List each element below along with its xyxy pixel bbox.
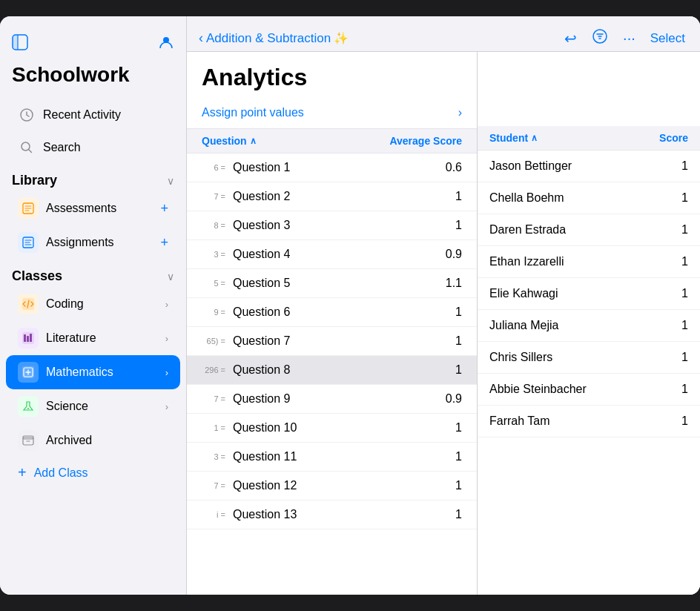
sparkle-icon: ✨ [334,31,349,45]
assign-point-chevron-icon: › [458,106,462,119]
student-row[interactable]: Juliana Mejia 1 [478,310,700,342]
coding-label: Coding [46,297,84,311]
question-label: Question 5 [233,277,290,290]
question-row[interactable]: 5 = Question 5 1.1 [187,269,477,298]
question-label: Question 12 [233,479,297,492]
question-row[interactable]: 296 = Question 8 1 [187,356,477,385]
student-score: 1 [681,287,688,300]
sidebar-item-literature[interactable]: Literature › [6,321,180,355]
avatar-icon[interactable] [158,34,174,54]
mathematics-icon [18,362,39,383]
sidebar-header [0,28,186,54]
analytics-panel: Analytics Assign point values › Question… [187,52,478,595]
avg-score-col-header[interactable]: Average Score [389,135,462,147]
student-score: 1 [681,255,688,268]
question-row[interactable]: i = Question 13 1 [187,501,477,529]
question-row[interactable]: 1 = Question 10 1 [187,414,477,443]
student-row[interactable]: Ethan Izzarelli 1 [478,246,700,278]
analytics-container: Analytics Assign point values › Question… [187,52,700,595]
question-col-header[interactable]: Question ∧ [202,135,257,147]
select-button[interactable]: Select [650,31,685,46]
sidebar-item-assignments[interactable]: Assignments + [6,225,180,260]
student-row[interactable]: Chris Sillers 1 [478,342,700,374]
question-row[interactable]: 9 = Question 6 1 [187,298,477,327]
svg-rect-12 [30,334,32,342]
sidebar-item-science[interactable]: Science › [6,389,180,423]
student-name: Elie Kahwagi [489,287,558,300]
sidebar-item-archived[interactable]: Archived [6,423,180,458]
undo-button[interactable]: ↩ [564,30,577,47]
question-hint: 296 = [202,366,225,374]
student-name: Jason Bettinger [489,159,572,173]
question-hint: i = [202,510,225,519]
sidebar-item-mathematics[interactable]: Mathematics › [6,355,180,389]
student-row[interactable]: Farrah Tam 1 [478,406,700,437]
student-name: Abbie Steinbacher [489,383,587,396]
question-row[interactable]: 7 = Question 2 1 [187,182,477,211]
question-row[interactable]: 7 = Question 9 0.9 [187,385,477,414]
student-name: Chella Boehm [489,191,564,205]
back-icon: ‹ [199,30,203,46]
question-hint: 7 = [202,192,225,201]
question-row[interactable]: 65) = Question 7 1 [187,327,477,356]
question-hint: 3 = [202,452,225,461]
student-row[interactable]: Jason Bettinger 1 [478,151,700,182]
svg-rect-11 [27,336,29,342]
student-row[interactable]: Daren Estrada 1 [478,214,700,246]
question-row[interactable]: 7 = Question 12 1 [187,472,477,501]
main-content: ‹ Addition & Subtraction ✨ ↩ ··· Select [187,16,700,595]
more-button[interactable]: ··· [623,30,635,47]
student-row[interactable]: Abbie Steinbacher 1 [478,374,700,406]
students-list: Jason Bettinger 1 Chella Boehm 1 Daren E… [478,151,700,595]
nav-bar: ‹ Addition & Subtraction ✨ ↩ ··· Select [187,16,700,52]
student-score: 1 [681,319,688,332]
assign-point-values-label: Assign point values [202,106,304,119]
question-row[interactable]: 3 = Question 11 1 [187,443,477,472]
nav-back[interactable]: ‹ Addition & Subtraction ✨ [199,30,349,46]
sidebar-item-recent-activity[interactable]: Recent Activity [6,99,180,131]
student-name: Farrah Tam [489,415,550,428]
add-class-button[interactable]: + Add Class [6,458,180,488]
question-score: 1 [455,479,462,492]
question-row[interactable]: 3 = Question 4 0.9 [187,240,477,269]
question-hint: 6 = [202,163,225,172]
question-score: 0.9 [446,248,462,261]
question-label: Question 6 [233,306,290,319]
nav-right-buttons: ↩ ··· Select [564,28,685,48]
svg-rect-10 [24,334,26,342]
student-col-header[interactable]: Student ∧ [489,132,538,144]
question-score: 1 [455,421,462,435]
student-score: 1 [681,383,688,396]
assessments-add-icon[interactable]: + [160,201,168,217]
sidebar-item-search[interactable]: Search [6,131,180,164]
filter-button[interactable] [592,28,608,48]
question-label: Question 7 [233,334,290,348]
archived-icon [18,430,39,451]
sidebar-toggle-icon[interactable] [12,34,28,54]
question-score: 1 [455,306,462,319]
question-label: Question 4 [233,248,290,261]
sidebar-item-coding[interactable]: Coding › [6,287,180,321]
question-score: 1.1 [446,277,462,290]
question-row[interactable]: 6 = Question 1 0.6 [187,153,477,182]
question-sort-icon: ∧ [250,136,257,146]
question-score: 1 [455,508,462,521]
question-col-label: Question [202,135,247,147]
question-score: 1 [455,190,462,203]
assignments-add-icon[interactable]: + [160,235,168,251]
student-col-label: Student [489,132,528,144]
score-col-header[interactable]: Score [659,132,688,144]
classes-chevron-icon: ∨ [167,271,174,283]
student-name: Ethan Izzarelli [489,255,564,268]
question-row[interactable]: 8 = Question 3 1 [187,211,477,240]
sidebar-item-assessments[interactable]: Assessments + [6,191,180,225]
assign-point-values-row[interactable]: Assign point values › [187,97,477,129]
question-hint: 5 = [202,279,225,288]
assessments-icon [18,198,39,219]
student-row[interactable]: Chella Boehm 1 [478,182,700,214]
student-score: 1 [681,415,688,428]
student-name: Daren Estrada [489,223,566,237]
library-chevron-icon: ∨ [167,175,174,187]
sidebar-item-recent-activity-label: Recent Activity [43,108,121,122]
student-row[interactable]: Elie Kahwagi 1 [478,278,700,310]
